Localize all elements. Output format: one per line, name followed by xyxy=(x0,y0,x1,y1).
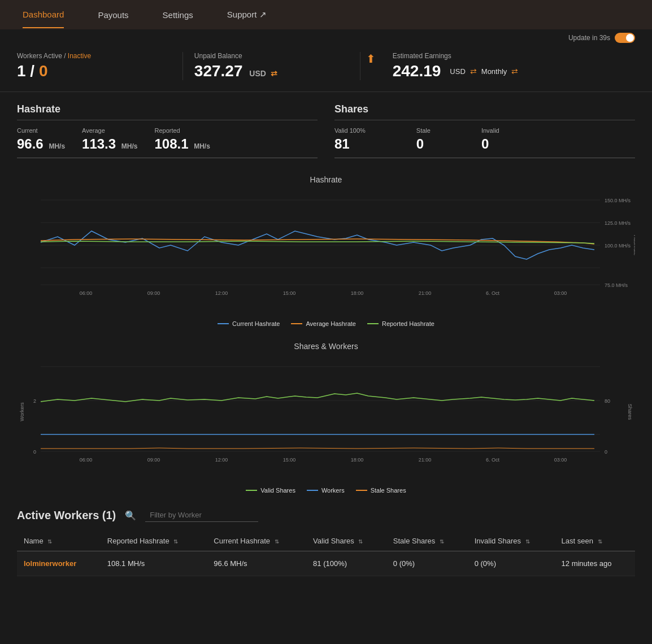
svg-text:6. Oct: 6. Oct xyxy=(486,457,500,463)
estimated-period: Monthly xyxy=(481,67,507,76)
hashrate-title: Hashrate xyxy=(17,103,318,120)
svg-text:100.0 MH/s: 100.0 MH/s xyxy=(605,243,631,249)
svg-text:125.0 MH/s: 125.0 MH/s xyxy=(605,220,631,226)
estimated-currency-swap[interactable]: ⇄ xyxy=(470,67,477,76)
shares-stale: Stale 0 xyxy=(416,127,431,152)
svg-text:Hashrate: Hashrate xyxy=(633,235,635,256)
legend-workers: Workers xyxy=(307,487,345,494)
nav-dashboard[interactable]: Dashboard xyxy=(23,2,64,28)
svg-text:09:00: 09:00 xyxy=(147,457,160,463)
auto-update-toggle[interactable] xyxy=(615,33,635,43)
svg-text:6. Oct: 6. Oct xyxy=(486,290,500,296)
estimated-value: 242.19 xyxy=(393,62,441,80)
estimated-stat: Estimated Earnings 242.19 USD ⇄ Monthly … xyxy=(381,52,635,80)
svg-text:Shares: Shares xyxy=(627,404,633,420)
legend-workers-line xyxy=(307,490,318,491)
hashrate-chart-svg: 150.0 MH/s 125.0 MH/s 100.0 MH/s 75.0 MH… xyxy=(17,189,635,302)
hashrate-metrics: Hashrate Current 96.6 MH/s Average 113.3… xyxy=(17,103,318,158)
workers-active-value: 1 xyxy=(17,62,26,80)
hashrate-current: Current 96.6 MH/s xyxy=(17,127,65,152)
svg-text:09:00: 09:00 xyxy=(147,290,160,296)
shares-title: Shares xyxy=(334,103,635,120)
sort-reported-hashrate[interactable]: ⇅ xyxy=(173,538,178,545)
legend-valid-shares-line xyxy=(246,490,257,491)
svg-text:2: 2 xyxy=(33,398,36,404)
col-last-seen[interactable]: Last seen ⇅ xyxy=(555,531,635,551)
worker-reported-hashrate: 108.1 MH/s xyxy=(101,551,207,576)
col-reported-hashrate[interactable]: Reported Hashrate ⇅ xyxy=(101,531,207,551)
update-bar: Update in 39s xyxy=(0,29,652,46)
hashrate-chart-title: Hashrate xyxy=(17,175,635,184)
shares-chart-svg: 2 0 Workers 80 0 Shares 06:00 09:00 12:0… xyxy=(17,355,635,468)
col-current-hashrate[interactable]: Current Hashrate ⇅ xyxy=(207,531,306,551)
col-invalid-shares[interactable]: Invalid Shares ⇅ xyxy=(468,531,555,551)
worker-invalid-shares: 0 (0%) xyxy=(468,551,555,576)
unpaid-label: Unpaid Balance xyxy=(194,52,349,60)
metrics-row: Hashrate Current 96.6 MH/s Average 113.3… xyxy=(0,92,652,169)
nav-support[interactable]: Support ↗ xyxy=(227,2,267,28)
svg-text:12:00: 12:00 xyxy=(215,290,228,296)
active-workers-section: Active Workers (1) 🔍 Name ⇅ Reported Has… xyxy=(0,503,652,582)
hashrate-chart-container: 150.0 MH/s 125.0 MH/s 100.0 MH/s 75.0 MH… xyxy=(17,189,635,303)
workers-header: Active Workers (1) 🔍 xyxy=(17,508,635,522)
stale-shares-line xyxy=(41,448,594,449)
col-name[interactable]: Name ⇅ xyxy=(17,531,101,551)
sort-invalid-shares[interactable]: ⇅ xyxy=(525,538,530,545)
nav-settings[interactable]: Settings xyxy=(163,2,193,28)
svg-text:0: 0 xyxy=(605,449,607,455)
worker-last-seen: 12 minutes ago xyxy=(555,551,635,576)
col-stale-shares[interactable]: Stale Shares ⇅ xyxy=(386,531,468,551)
estimated-label: Estimated Earnings xyxy=(393,52,624,60)
hashrate-chart-section: Hashrate 150.0 MH/s 125.0 MH/s 100.0 MH/… xyxy=(0,169,652,327)
navigation: Dashboard Payouts Settings Support ↗ xyxy=(0,0,652,29)
workers-separator: / xyxy=(30,62,39,80)
search-icon: 🔍 xyxy=(125,510,136,521)
estimated-period-swap[interactable]: ⇄ xyxy=(511,67,518,76)
legend-current-line xyxy=(218,323,229,324)
svg-text:06:00: 06:00 xyxy=(80,457,93,463)
stats-row: Workers Active / Inactive 1 / 0 Unpaid B… xyxy=(0,46,652,92)
workers-label-inactive: Inactive xyxy=(68,52,91,60)
legend-average: Average Hashrate xyxy=(291,320,355,327)
svg-text:80: 80 xyxy=(605,398,610,404)
nav-payouts[interactable]: Payouts xyxy=(98,2,128,28)
col-valid-shares[interactable]: Valid Shares ⇅ xyxy=(306,531,386,551)
legend-stale-shares-line xyxy=(356,490,367,491)
workers-section-title: Active Workers (1) xyxy=(17,509,116,522)
worker-filter-input[interactable] xyxy=(145,508,258,522)
sort-last-seen[interactable]: ⇅ xyxy=(598,538,602,545)
legend-stale-shares: Stale Shares xyxy=(356,487,406,494)
workers-stat: Workers Active / Inactive 1 / 0 xyxy=(17,52,183,80)
shares-chart-title: Shares & Workers xyxy=(17,342,635,351)
svg-text:0: 0 xyxy=(33,449,36,455)
svg-text:75.0 MH/s: 75.0 MH/s xyxy=(605,282,628,288)
svg-text:15:00: 15:00 xyxy=(283,290,296,296)
shares-legend: Valid Shares Workers Stale Shares xyxy=(17,487,635,494)
sort-current-hashrate[interactable]: ⇅ xyxy=(275,538,279,545)
update-text: Update in 39s xyxy=(568,34,610,42)
svg-text:21:00: 21:00 xyxy=(419,457,432,463)
hashrate-reported: Reported 108.1 MH/s xyxy=(154,127,210,152)
shares-valid: Valid 100% 81 xyxy=(334,127,366,152)
sort-name[interactable]: ⇅ xyxy=(47,538,52,545)
workers-table: Name ⇅ Reported Hashrate ⇅ Current Hashr… xyxy=(17,531,635,576)
svg-text:15:00: 15:00 xyxy=(283,457,296,463)
svg-text:21:00: 21:00 xyxy=(419,290,432,296)
svg-text:12:00: 12:00 xyxy=(215,457,228,463)
svg-text:Workers: Workers xyxy=(19,402,25,421)
svg-text:18:00: 18:00 xyxy=(351,457,364,463)
table-row: lolminerworker 108.1 MH/s 96.6 MH/s 81 (… xyxy=(17,551,635,576)
legend-valid-shares: Valid Shares xyxy=(246,487,295,494)
unpaid-currency-swap[interactable]: ⇄ xyxy=(271,69,277,78)
workers-inactive-value: 0 xyxy=(39,62,48,80)
unpaid-stat: Unpaid Balance 327.27 USD ⇄ xyxy=(183,52,360,80)
svg-text:150.0 MH/s: 150.0 MH/s xyxy=(605,198,631,203)
sort-stale-shares[interactable]: ⇅ xyxy=(440,538,444,545)
hashrate-legend: Current Hashrate Average Hashrate Report… xyxy=(17,320,635,327)
shares-chart-container: 2 0 Workers 80 0 Shares 06:00 09:00 12:0… xyxy=(17,355,635,470)
earnings-arrow-icon: ⬆ xyxy=(366,52,376,66)
earnings-icon-block: ⬆ xyxy=(360,52,381,66)
worker-name[interactable]: lolminerworker xyxy=(17,551,101,576)
sort-valid-shares[interactable]: ⇅ xyxy=(358,538,363,545)
shares-chart-section: Shares & Workers 2 0 Workers 80 0 Shares… xyxy=(0,336,652,494)
